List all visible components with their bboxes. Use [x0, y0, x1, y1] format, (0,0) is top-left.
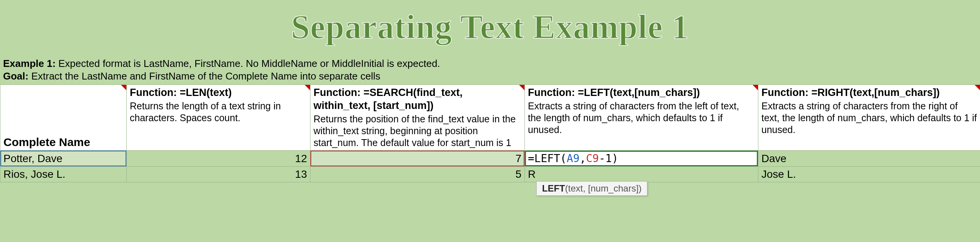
desc-line2-label: Goal:	[3, 70, 28, 82]
header-fn-desc: Extracts a string of characters from the…	[761, 100, 977, 136]
header-fn-desc: Extracts a string of characters from the…	[528, 100, 755, 136]
table-row: Potter, Dave 12 7 =LEFT(A9,C9-1) Dave	[0, 151, 980, 167]
cell-len[interactable]: 12	[127, 151, 310, 167]
spreadsheet-grid[interactable]: Complete Name Function: =LEN(text) Retur…	[0, 84, 980, 182]
header-fn: Function: =SEARCH(find_text, within_text…	[314, 86, 521, 112]
comment-flag-icon[interactable]	[519, 85, 524, 90]
header-row: Complete Name Function: =LEN(text) Retur…	[0, 85, 980, 151]
formula-text: -1)	[599, 152, 618, 165]
cell-name[interactable]: Potter, Dave	[0, 151, 127, 167]
desc-line1-label: Example 1:	[3, 58, 56, 69]
cell-search[interactable]: 7	[310, 151, 525, 167]
comment-flag-icon[interactable]	[121, 85, 126, 90]
example-description: Example 1: Expected format is LastName, …	[0, 58, 980, 82]
comment-flag-icon[interactable]	[753, 85, 758, 90]
comment-flag-icon[interactable]	[305, 85, 310, 90]
header-label: Complete Name	[3, 136, 90, 148]
comment-flag-icon[interactable]	[975, 85, 980, 90]
header-fn: Function: =RIGHT(text,[num_chars])	[761, 86, 977, 99]
cell-right[interactable]: Dave	[758, 151, 980, 167]
formula-ref-c9: C9	[586, 152, 599, 165]
page-title: Separating Text Example 1	[0, 8, 980, 46]
function-tooltip[interactable]: LEFT(text, [num_chars])	[536, 181, 647, 196]
cell-left[interactable]: R LEFT(text, [num_chars])	[525, 167, 758, 182]
header-right[interactable]: Function: =RIGHT(text,[num_chars]) Extra…	[758, 85, 980, 151]
cell-len[interactable]: 13	[127, 167, 310, 182]
cell-search[interactable]: 5	[310, 167, 525, 182]
desc-line2-text: Extract the LastName and FirstName of th…	[28, 70, 380, 82]
header-fn: Function: =LEFT(text,[num_chars])	[528, 86, 755, 99]
header-fn: Function: =LEN(text)	[130, 86, 307, 99]
header-left[interactable]: Function: =LEFT(text,[num_chars]) Extrac…	[525, 85, 758, 151]
desc-line1-text: Expected format is LastName, FirstName. …	[56, 58, 440, 69]
tooltip-fn-args: (text, [num_chars])	[565, 183, 642, 193]
header-fn-desc: Returns the length of a text string in c…	[130, 100, 307, 124]
cell-name[interactable]: Rios, Jose L.	[0, 167, 127, 182]
cell-right[interactable]: Jose L.	[758, 167, 980, 182]
formula-text: =LEFT(	[528, 152, 567, 165]
header-complete-name[interactable]: Complete Name	[0, 85, 127, 151]
formula-ref-a9: A9	[567, 152, 580, 165]
table-row: Rios, Jose L. 13 5 R LEFT(text, [num_cha…	[0, 167, 980, 182]
header-len[interactable]: Function: =LEN(text) Returns the length …	[127, 85, 310, 151]
header-fn-desc: Returns the position of the find_text va…	[314, 113, 521, 149]
cell-value: R	[528, 168, 536, 180]
tooltip-fn-name: LEFT	[542, 183, 565, 193]
formula-text: ,	[580, 152, 586, 165]
header-search[interactable]: Function: =SEARCH(find_text, within_text…	[310, 85, 525, 151]
cell-left-formula-editing[interactable]: =LEFT(A9,C9-1)	[525, 151, 758, 167]
